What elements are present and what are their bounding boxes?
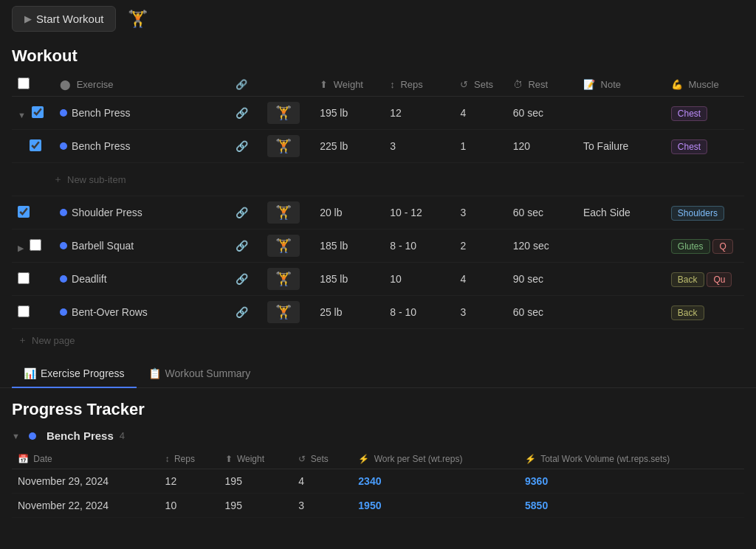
bench-main-name-cell: Bench Press	[54, 97, 230, 130]
progress-title: Progress Tracker	[12, 400, 744, 419]
th-rest: ⏱ Rest	[507, 73, 577, 97]
progress-date-0: November 29, 2024	[12, 469, 159, 494]
progress-group-header: ▼ Bench Press 4	[12, 429, 744, 442]
bench-main-reps: 12	[384, 97, 454, 130]
deadlift-checkbox[interactable]	[18, 272, 30, 284]
deadlift-check-cell	[12, 263, 54, 296]
deadlift-image: 🏋	[267, 268, 300, 290]
shoulder-checkbox[interactable]	[18, 206, 30, 218]
collapse-toggle[interactable]: ▼	[18, 111, 26, 120]
shoulder-dot	[60, 209, 67, 216]
dumbbell-icon: 🏋	[128, 10, 148, 29]
new-sub-item-button[interactable]: ＋ New sub-item	[18, 168, 738, 190]
progress-weight-1: 195	[219, 494, 293, 518]
squat-dot	[60, 242, 67, 249]
workout-summary-label: Workout Summary	[165, 367, 251, 379]
bent-over-rows-row: Bent-Over Rows 🔗 🏋 25 lb 8 - 10 3 60 sec…	[12, 296, 744, 329]
squat-sets: 2	[454, 229, 506, 263]
select-all-checkbox[interactable]	[18, 77, 30, 89]
bent-name: Bent-Over Rows	[72, 306, 148, 318]
new-sub-item-cell: ＋ New sub-item	[12, 163, 744, 196]
squat-reps: 8 - 10	[384, 229, 454, 263]
squat-toggle[interactable]: ▶	[18, 244, 24, 252]
tab-exercise-progress[interactable]: 📊 Exercise Progress	[12, 360, 137, 388]
bench-sub-checkbox[interactable]	[30, 139, 41, 151]
bench-sub-dot	[60, 142, 67, 150]
progress-date-1: November 22, 2024	[12, 494, 159, 518]
bent-sets: 3	[454, 296, 506, 329]
rest-icon: ⏱	[513, 79, 523, 90]
start-workout-button[interactable]: ▶ Start Workout	[12, 6, 116, 32]
workout-summary-icon: 📋	[148, 367, 161, 379]
new-page-plus-icon: ＋	[18, 334, 27, 347]
bench-main-muscle-badge: Chest	[671, 106, 707, 121]
bent-dot	[60, 308, 67, 316]
link-icon: 🔗	[236, 79, 247, 90]
bench-dot	[60, 109, 67, 117]
th-work-per-set: ⚡ Work per Set (wt.reps)	[352, 449, 519, 469]
play-icon: ▶	[24, 13, 32, 24]
th-total-work: ⚡ Total Work Volume (wt.reps.sets)	[519, 449, 744, 469]
workout-title: Workout	[12, 46, 744, 66]
shoulder-name-cell: Shoulder Press	[54, 196, 230, 229]
muscle-icon: 💪	[671, 79, 683, 90]
bench-main-checkbox[interactable]	[32, 106, 44, 118]
header: ▶ Start Workout 🏋	[0, 0, 756, 38]
deadlift-muscle-badge: Back	[671, 272, 704, 287]
progress-group-name: Bench Press	[47, 429, 114, 442]
progress-tw-val-1: 5850	[525, 500, 548, 511]
deadlift-muscle2-badge: Qu	[707, 272, 732, 287]
deadlift-dot	[60, 275, 67, 283]
bench-main-link[interactable]: 🔗	[230, 97, 261, 130]
deadlift-name-cell: Deadlift	[54, 263, 230, 296]
deadlift-sets: 4	[454, 263, 506, 296]
new-sub-item-row: ＋ New sub-item	[12, 163, 744, 196]
bench-main-image: 🏋	[267, 102, 300, 124]
bench-sub-img: 🏋	[261, 130, 314, 163]
deadlift-link[interactable]: 🔗	[230, 263, 261, 296]
shoulder-link[interactable]: 🔗	[230, 196, 261, 229]
deadlift-rest: 90 sec	[507, 263, 577, 296]
bench-sub-sets: 1	[454, 130, 506, 163]
progress-tw-val-0: 9360	[525, 475, 548, 487]
squat-rest: 120 sec	[507, 229, 577, 263]
th-progress-reps: ↕ Reps	[159, 449, 219, 469]
deadlift-muscle: Back Qu	[665, 263, 744, 296]
weight-icon: ⬆	[320, 79, 328, 90]
shoulder-image: 🏋	[267, 201, 300, 224]
reps-icon: ↕	[390, 79, 395, 90]
bench-sub-image: 🏋	[267, 135, 300, 157]
bent-img: 🏋	[261, 296, 314, 329]
th-img	[261, 73, 314, 97]
progress-tw-1: 5850	[519, 494, 744, 518]
squat-img: 🏋	[261, 229, 314, 263]
th-exercise: ⬤ Exercise	[54, 73, 230, 97]
bench-main-img: 🏋	[261, 97, 314, 130]
squat-link[interactable]: 🔗	[230, 229, 261, 263]
plus-icon: ＋	[53, 173, 63, 186]
bench-main-name: Bench Press	[72, 107, 130, 119]
new-page-button[interactable]: ＋ New page	[12, 329, 744, 351]
th-note: 📝 Note	[577, 73, 665, 97]
circle-icon: ⬤	[60, 79, 71, 90]
progress-group-toggle[interactable]: ▼	[12, 432, 20, 441]
start-workout-label: Start Workout	[36, 13, 103, 25]
squat-checkbox[interactable]	[30, 239, 41, 251]
progress-row-0: November 29, 2024 12 195 4 2340 9360	[12, 469, 744, 494]
bent-checkbox[interactable]	[18, 305, 30, 317]
bent-link[interactable]: 🔗	[230, 296, 261, 329]
progress-table: 📅 Date ↕ Reps ⬆ Weight ↺ Sets ⚡ Work	[12, 449, 744, 518]
total-icon: ⚡	[525, 454, 536, 464]
deadlift-note	[577, 263, 665, 296]
tab-workout-summary[interactable]: 📋 Workout Summary	[137, 360, 263, 388]
progress-weight-0: 195	[219, 469, 293, 494]
shoulder-muscle: Shoulders	[665, 196, 744, 229]
bent-name-cell: Bent-Over Rows	[54, 296, 230, 329]
progress-reps-0: 12	[159, 469, 219, 494]
bent-weight: 25 lb	[314, 296, 384, 329]
th-muscle: 💪 Muscle	[665, 73, 744, 97]
shoulder-check-cell	[12, 196, 54, 229]
shoulder-note: Each Side	[577, 196, 665, 229]
bench-sub-link[interactable]: 🔗	[230, 130, 261, 163]
th-progress-weight: ⬆ Weight	[219, 449, 293, 469]
